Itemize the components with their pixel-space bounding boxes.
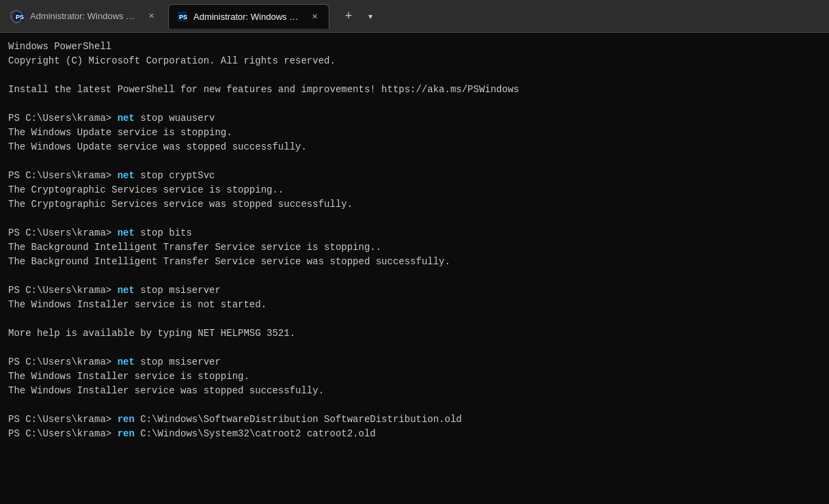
terminal-output-line: More help is available by typing NET HEL… (8, 326, 821, 341)
tab2-close-button[interactable]: ✕ (308, 10, 321, 23)
ps-command-keyword: net (118, 113, 135, 124)
terminal-command-line: PS C:\Users\krama> ren C:\Windows\Softwa… (8, 412, 821, 427)
chevron-down-icon: ▾ (368, 12, 372, 21)
terminal-empty-line (8, 154, 821, 169)
ps-command-args: stop cryptSvc (135, 170, 215, 181)
ps-prompt: PS C:\Users\krama> (8, 170, 118, 181)
terminal-command-line: PS C:\Users\krama> net stop bits (8, 226, 821, 240)
shield-icon (5, 5, 27, 27)
tab1-close-button[interactable]: ✕ (145, 10, 157, 23)
ps-prompt: PS C:\Users\krama> (8, 227, 118, 238)
terminal-output-line: The Cryptographic Services service is st… (8, 183, 821, 197)
terminal-command-line: PS C:\Users\krama> net stop msiserver (8, 355, 821, 369)
tab-dropdown-button[interactable]: ▾ (361, 7, 380, 26)
terminal-output-line: The Background Intelligent Transfer Serv… (8, 240, 821, 255)
ps-command-keyword: net (118, 356, 135, 367)
ps-prompt: PS C:\Users\krama> (8, 285, 118, 296)
terminal-empty-line (8, 398, 821, 412)
ps-prompt: PS C:\Users\krama> (8, 414, 118, 425)
terminal-output-line: Copyright (C) Microsoft Corporation. All… (8, 54, 821, 68)
tab-2[interactable]: PS Administrator: Windows Powe ✕ (168, 4, 329, 29)
terminal-command-line: PS C:\Users\krama> net stop wuauserv (8, 111, 821, 126)
tab1-label: Administrator: Windows Power (30, 11, 139, 21)
terminal-output-line: The Windows Installer service was stoppe… (8, 384, 821, 398)
terminal-empty-line (8, 68, 821, 83)
terminal-empty-line (8, 269, 821, 283)
titlebar: PS Administrator: Windows Power ✕ PS Adm… (0, 0, 829, 33)
ps-command-keyword: ren (118, 414, 135, 425)
terminal-empty-line (8, 212, 821, 226)
terminal-output-line: Windows PowerShell (8, 40, 821, 54)
ps-command-args: C:\Windows\System32\catroot2 catroot2.ol… (135, 428, 376, 439)
terminal-output-line: The Windows Update service is stopping. (8, 126, 821, 140)
terminal-output-line: The Background Intelligent Transfer Serv… (8, 255, 821, 269)
terminal-command-line: PS C:\Users\krama> net stop cryptSvc (8, 169, 821, 183)
terminal-output-line: The Windows Installer service is stoppin… (8, 369, 821, 384)
ps-command-args: stop msiserver (135, 285, 221, 296)
terminal-output-line: The Cryptographic Services service was s… (8, 197, 821, 212)
terminal-empty-line (8, 312, 821, 326)
ps-command-keyword: net (118, 170, 135, 181)
terminal-output-line: The Windows Installer service is not sta… (8, 298, 821, 312)
tab-strip: PS Administrator: Windows Power ✕ PS Adm… (5, 4, 380, 29)
ps-command-keyword: ren (118, 428, 135, 439)
titlebar-actions: + ▾ (338, 5, 380, 27)
terminal-command-line: PS C:\Users\krama> net stop msiserver (8, 283, 821, 298)
terminal-output-line: Install the latest PowerShell for new fe… (8, 83, 821, 97)
ps-command-args: stop bits (135, 227, 192, 238)
terminal-empty-line (8, 341, 821, 355)
new-tab-button[interactable]: + (338, 5, 359, 27)
ps-command-keyword: net (118, 285, 135, 296)
ps-prompt: PS C:\Users\krama> (8, 113, 118, 124)
ps-prompt: PS C:\Users\krama> (8, 356, 118, 367)
powershell-icon-tab2: PS (177, 11, 188, 22)
ps-command-args: stop msiserver (135, 356, 221, 367)
terminal-empty-line (8, 97, 821, 111)
tab-1[interactable]: PS Administrator: Windows Power ✕ (5, 4, 165, 29)
svg-text:PS: PS (179, 14, 187, 20)
ps-command-keyword: net (118, 227, 135, 238)
plus-icon: + (345, 9, 353, 23)
ps-prompt: PS C:\Users\krama> (8, 428, 118, 439)
terminal-output-line: The Windows Update service was stopped s… (8, 140, 821, 154)
ps-command-args: stop wuauserv (135, 113, 215, 124)
tab2-label: Administrator: Windows Powe (193, 12, 303, 22)
terminal-output: Windows PowerShellCopyright (C) Microsof… (0, 33, 829, 504)
terminal-command-line: PS C:\Users\krama> ren C:\Windows\System… (8, 427, 821, 441)
ps-command-args: C:\Windows\SoftwareDistribution Software… (135, 414, 462, 425)
